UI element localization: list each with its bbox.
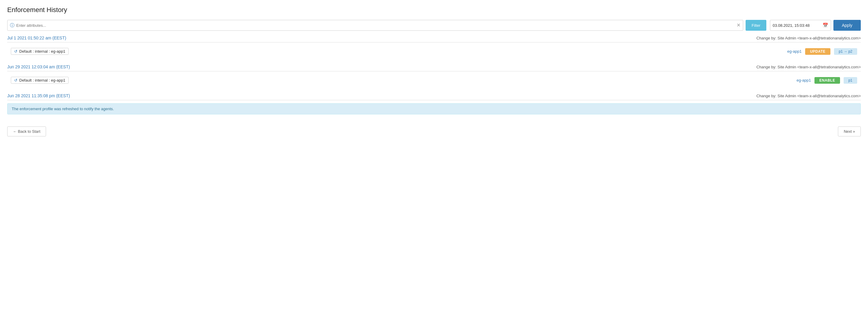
filter-row: ⓘ ✕ Filter: [7, 20, 766, 31]
app-link[interactable]: eg-app1: [797, 78, 811, 82]
filter-button[interactable]: Filter: [746, 20, 766, 31]
right-actions: eg-app1 UPDATE p1 → p2: [787, 48, 857, 55]
page-title: Enforcement History: [7, 6, 861, 14]
entry-timestamp: Jun 28 2021 11:35:08 pm (EEST): [7, 93, 70, 98]
history-list: Jul 1 2021 01:50:22 am (EEST) Change by:…: [7, 35, 861, 114]
entry-changed-by: Change by: Site Admin <team-x-all@tetrat…: [756, 65, 861, 69]
date-input-wrap: 📅: [770, 20, 831, 31]
scope-icon: ↺: [14, 78, 18, 82]
entry-timestamp: Jun 29 2021 12:03:04 am (EEST): [7, 64, 70, 69]
scope-badge: ↺ Default : internal : eg-app1: [11, 77, 69, 84]
entry-item-row: ↺ Default : internal : eg-app1 eg-app1 U…: [7, 46, 861, 57]
app-link[interactable]: eg-app1: [787, 49, 802, 54]
history-entry: Jun 29 2021 12:03:04 am (EEST) Change by…: [7, 64, 861, 86]
pagination-row: ← Back to Start Next »: [7, 124, 861, 136]
scope-label: Default : internal : eg-app1: [19, 49, 65, 54]
entry-header: Jul 1 2021 01:50:22 am (EEST) Change by:…: [7, 35, 861, 43]
entry-header: Jun 29 2021 12:03:04 am (EEST) Change by…: [7, 64, 861, 71]
action-badge-update: UPDATE: [805, 48, 830, 55]
date-apply-row: 📅 Apply: [770, 20, 861, 31]
info-icon: ⓘ: [10, 23, 14, 28]
entry-changed-by: Change by: Site Admin <team-x-all@tetrat…: [756, 36, 861, 40]
search-input[interactable]: [16, 23, 737, 28]
scope-icon: ↺: [14, 49, 18, 54]
refresh-notice: The enforcement profile was refreshed to…: [7, 103, 861, 114]
date-input[interactable]: [773, 23, 821, 28]
history-entry: Jun 28 2021 11:35:08 pm (EEST) Change by…: [7, 93, 861, 114]
scope-label: Default : internal : eg-app1: [19, 78, 65, 82]
top-bar: ⓘ ✕ Filter 📅 Apply: [7, 20, 861, 31]
calendar-icon[interactable]: 📅: [823, 23, 828, 28]
scope-badge: ↺ Default : internal : eg-app1: [11, 48, 69, 55]
history-entry: Jul 1 2021 01:50:22 am (EEST) Change by:…: [7, 35, 861, 57]
back-to-start-button[interactable]: ← Back to Start: [7, 127, 46, 136]
right-actions: eg-app1 ENABLE p1: [797, 77, 857, 84]
version-badge: p1: [844, 77, 857, 84]
clear-icon[interactable]: ✕: [737, 23, 741, 28]
version-badge: p1 → p2: [834, 48, 857, 55]
entry-header: Jun 28 2021 11:35:08 pm (EEST) Change by…: [7, 93, 861, 100]
next-button[interactable]: Next »: [838, 127, 861, 136]
entry-timestamp: Jul 1 2021 01:50:22 am (EEST): [7, 35, 66, 40]
search-box: ⓘ ✕: [7, 20, 743, 31]
apply-button[interactable]: Apply: [833, 20, 861, 31]
action-badge-enable: ENABLE: [814, 77, 840, 84]
entry-item-row: ↺ Default : internal : eg-app1 eg-app1 E…: [7, 74, 861, 86]
entry-changed-by: Change by: Site Admin <team-x-all@tetrat…: [756, 94, 861, 98]
